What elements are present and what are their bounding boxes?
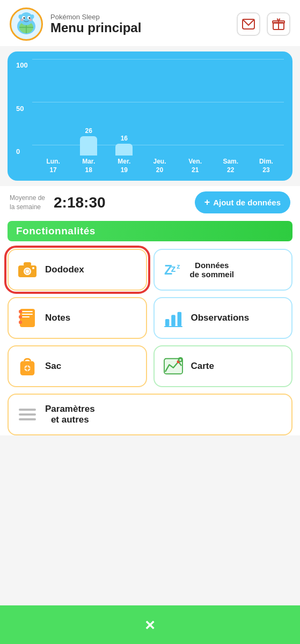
add-data-label: Ajout de données	[213, 198, 281, 207]
chart-x-label-23: Dim.23	[248, 158, 284, 174]
sleep-data-label: Donnéesde sommeil	[190, 261, 235, 279]
avatar	[10, 8, 43, 41]
svg-rect-26	[22, 314, 33, 315]
sleep-chart: 100 50 0 2616 Lun.17Mar.18Mer.19Jeu.20Ve…	[8, 51, 292, 181]
camera-icon	[17, 261, 38, 278]
svg-rect-29	[19, 315, 22, 319]
sac-label: Sac	[45, 361, 61, 372]
svg-point-5	[24, 17, 25, 19]
svg-point-20	[32, 267, 34, 269]
svg-rect-28	[19, 310, 22, 313]
svg-text:✦: ✦	[179, 358, 182, 362]
add-data-icon: +	[204, 197, 210, 208]
app-header: Pokémon Sleep Menu principal	[0, 0, 300, 46]
svg-point-18	[26, 270, 29, 273]
svg-rect-30	[19, 321, 22, 324]
svg-rect-34	[177, 312, 181, 326]
squirtle-avatar	[12, 10, 40, 38]
section-title: Fonctionnalités	[16, 225, 96, 237]
bar-chart-icon	[163, 309, 184, 327]
add-data-button[interactable]: + Ajout de données	[195, 191, 290, 213]
menu-row-3: Sac ✦ Carte	[8, 345, 292, 387]
menu-row-1: Dododex Z z z Donnéesde sommeil	[8, 249, 292, 291]
svg-point-9	[19, 14, 23, 19]
svg-rect-31	[164, 326, 182, 327]
bag-icon-wrapper	[16, 355, 39, 377]
map-icon: ✦	[163, 357, 184, 376]
svg-rect-44	[19, 409, 36, 411]
bag-icon	[18, 356, 37, 376]
zzz-icon-wrapper: Z z z	[162, 258, 185, 281]
settings-button[interactable]: Paramètreset autres	[8, 394, 292, 435]
chart-bar-col-21	[178, 59, 213, 156]
notebook-icon-wrapper	[16, 307, 39, 329]
chart-bar-col-20	[142, 59, 177, 156]
close-icon: ×	[145, 616, 155, 633]
notes-button[interactable]: Notes	[8, 297, 147, 339]
svg-point-8	[30, 19, 32, 21]
dododex-button[interactable]: Dododex	[8, 249, 147, 291]
chart-bars: 2616	[35, 59, 284, 156]
chart-bar-col-22	[213, 59, 248, 156]
observations-label: Observations	[191, 313, 250, 323]
chart-bar-col-17	[35, 59, 71, 156]
chart-icon-wrapper	[162, 307, 185, 329]
mail-button[interactable]	[237, 12, 260, 36]
y-label-100: 100	[16, 61, 35, 69]
gift-icon	[272, 18, 285, 31]
header-icon-group	[237, 12, 290, 36]
app-name: Pokémon Sleep	[50, 13, 229, 21]
zzz-icon: Z z z	[163, 261, 184, 278]
avg-value: 2:18:30	[54, 194, 186, 211]
svg-text:z: z	[171, 263, 175, 274]
section-header: Fonctionnalités	[8, 221, 292, 241]
y-label-50: 50	[16, 105, 35, 113]
chart-x-label-22: Sam.22	[213, 158, 248, 174]
svg-rect-19	[24, 262, 31, 266]
chart-x-label-20: Jeu.20	[142, 158, 177, 174]
notebook-icon	[18, 308, 37, 328]
chart-x-label-17: Lun.17	[35, 158, 71, 174]
avg-label: Moyenne de la semaine	[10, 194, 45, 212]
dododex-label: Dododex	[45, 264, 84, 275]
bottom-spacer	[0, 440, 300, 483]
chart-x-label-19: Mer.19	[106, 158, 142, 174]
mail-icon	[242, 19, 255, 29]
gift-button[interactable]	[267, 12, 290, 36]
svg-point-7	[21, 19, 24, 21]
close-button[interactable]: ×	[0, 605, 300, 644]
weekly-average-row: Moyenne de la semaine 2:18:30 + Ajout de…	[0, 186, 300, 221]
chart-x-label-18: Mar.18	[71, 158, 106, 174]
chart-bar-col-18: 26	[71, 59, 106, 156]
map-icon-wrapper: ✦	[162, 355, 185, 377]
chart-bar-col-23	[248, 59, 284, 156]
svg-rect-33	[171, 315, 175, 327]
sac-button[interactable]: Sac	[8, 345, 147, 387]
camera-icon-wrapper	[16, 258, 39, 281]
carte-label: Carte	[191, 361, 214, 372]
svg-point-10	[31, 14, 34, 19]
chart-y-axis: 100 50 0	[16, 59, 35, 156]
page-title: Menu principal	[50, 21, 229, 35]
chart-x-axis: Lun.17Mar.18Mer.19Jeu.20Ven.21Sam.22Dim.…	[16, 158, 284, 174]
settings-label: Paramètreset autres	[45, 404, 95, 425]
carte-button[interactable]: ✦ Carte	[153, 345, 293, 387]
svg-text:z: z	[177, 263, 180, 270]
svg-rect-46	[19, 418, 36, 420]
svg-rect-25	[22, 311, 33, 312]
svg-rect-27	[22, 316, 30, 317]
features-section: Fonctionnalités Dododex	[0, 221, 300, 435]
svg-point-6	[29, 17, 31, 19]
menu-row-2: Notes Observations	[8, 297, 292, 339]
notes-label: Notes	[45, 313, 70, 323]
svg-rect-32	[165, 319, 169, 326]
sleep-data-button[interactable]: Z z z Donnéesde sommeil	[153, 249, 293, 291]
svg-rect-45	[19, 413, 36, 416]
y-label-0: 0	[16, 147, 35, 156]
chart-x-label-21: Ven.21	[178, 158, 213, 174]
hamburger-icon	[18, 406, 37, 423]
observations-button[interactable]: Observations	[153, 297, 293, 339]
menu-icon-wrapper	[16, 403, 39, 426]
header-text-block: Pokémon Sleep Menu principal	[50, 13, 229, 35]
chart-bar-col-19: 16	[106, 59, 142, 156]
